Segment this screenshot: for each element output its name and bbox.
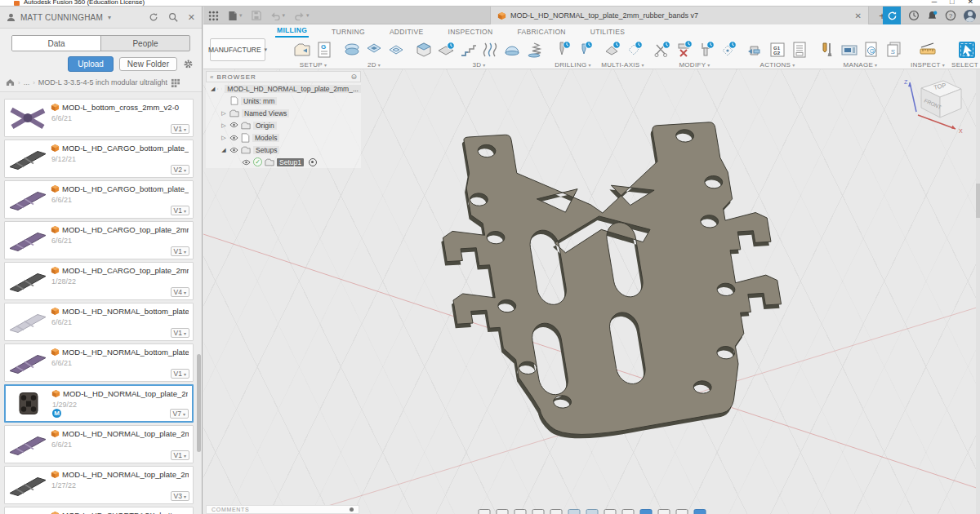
orbit-icon[interactable]: [478, 509, 490, 514]
tool-library-button[interactable]: [817, 39, 838, 60]
file-card-selected[interactable]: MOD-L_HD_NORMAL_top_plate_2mm... 1/29/22…: [4, 384, 194, 423]
group-label-drilling[interactable]: DRILLING▾: [555, 61, 591, 69]
machine-library-button[interactable]: [839, 39, 860, 60]
stock-visibility-icon[interactable]: [657, 509, 670, 514]
panel-scrollbar[interactable]: [197, 354, 201, 452]
expanded-icon[interactable]: ◢: [220, 147, 227, 153]
collapsed-icon[interactable]: ▷: [220, 135, 227, 141]
collapsed-icon[interactable]: ▷: [220, 122, 227, 129]
drill-button[interactable]: [551, 39, 572, 60]
visibility-eye-icon[interactable]: [242, 159, 251, 166]
browser-header[interactable]: « BROWSER ⊖: [206, 71, 361, 82]
version-badge[interactable]: V1▾: [171, 206, 189, 215]
file-card[interactable]: MOD-L_HD_SHORTBACK_bottom_pl...: [4, 507, 194, 514]
help-icon[interactable]: ?: [945, 10, 956, 21]
tab-additive[interactable]: ADDITIVE: [388, 28, 425, 38]
3d-spiral-button[interactable]: [523, 39, 545, 60]
group-label-actions[interactable]: ACTIONS▾: [760, 61, 795, 69]
group-label-inspect[interactable]: INSPECT▾: [911, 61, 945, 69]
search-icon[interactable]: [168, 12, 178, 22]
3d-morph-button[interactable]: [501, 39, 523, 60]
file-card[interactable]: MOD-L_HD_NORMAL_top_plate_2mm... 1/27/22…: [4, 466, 194, 504]
file-card[interactable]: MOD-L_HD_NORMAL_bottom_plate_... 6/6/21 …: [4, 303, 194, 341]
expanded-icon[interactable]: ◢: [211, 86, 215, 92]
view-cube[interactable]: Z X TOP FRONT: [898, 74, 972, 143]
viewport-canvas[interactable]: « BROWSER ⊖ ◢ MOD-L_HD_NORMAL_top_plate_…: [203, 69, 980, 514]
profile-avatar[interactable]: [964, 10, 976, 22]
caret-down-icon[interactable]: ▾: [306, 12, 310, 19]
3d-steps-button[interactable]: [457, 39, 479, 60]
collapse-left-icon[interactable]: «: [210, 73, 213, 81]
tab-milling[interactable]: MILLING: [275, 26, 309, 38]
caret-down-icon[interactable]: ▾: [239, 12, 243, 19]
post-library-button[interactable]: G: [861, 39, 882, 60]
save-icon[interactable]: [252, 11, 261, 20]
notifications-bell-icon[interactable]: [927, 10, 938, 21]
nc-program-button[interactable]: G: [314, 39, 335, 60]
edit-holder-button[interactable]: [695, 39, 716, 60]
display-settings-icon[interactable]: [568, 509, 580, 514]
new-folder-button[interactable]: New Folder: [119, 57, 177, 71]
version-badge[interactable]: V1▾: [171, 450, 189, 460]
tab-fabrication[interactable]: FABRICATION: [515, 28, 567, 38]
file-menu-icon[interactable]: [228, 11, 238, 21]
version-badge[interactable]: V4▾: [171, 287, 189, 297]
pattern-toolpath-button[interactable]: [717, 39, 738, 60]
group-label-2d[interactable]: 2D▾: [368, 61, 381, 69]
toolpath-visibility-icon[interactable]: [639, 509, 652, 514]
close-panel-icon[interactable]: ✕: [188, 12, 195, 23]
new-setup-button[interactable]: [292, 39, 313, 60]
3d-scallop-button[interactable]: [479, 39, 501, 60]
close-tab-icon[interactable]: ✕: [855, 11, 862, 20]
app-grid-icon[interactable]: [208, 11, 219, 21]
upload-button[interactable]: Upload: [68, 56, 114, 72]
group-label-setup[interactable]: SETUP▾: [300, 61, 327, 69]
machine-visibility-icon[interactable]: [675, 509, 688, 514]
zoom-icon[interactable]: [514, 509, 526, 514]
pan-icon[interactable]: [496, 509, 508, 514]
version-badge[interactable]: V3▾: [171, 491, 189, 501]
browser-namedviews-row[interactable]: ▷ Named Views: [206, 107, 361, 119]
browser-origin-row[interactable]: ▷ Origin: [206, 119, 361, 131]
visibility-eye-icon[interactable]: [229, 147, 238, 153]
group-label-manage[interactable]: MANAGE▾: [844, 61, 878, 69]
2d-face-button[interactable]: [341, 39, 363, 60]
viewports-icon[interactable]: [586, 509, 598, 514]
browser-setup1-row[interactable]: ✓ Setup1: [206, 156, 361, 168]
2d-pocket-button[interactable]: [363, 39, 385, 60]
file-card[interactable]: MOD-L_HD_CARGO_top_plate_2mm_... 1/28/22…: [4, 262, 194, 300]
measure-button[interactable]: [917, 39, 938, 60]
file-card[interactable]: MOD-L_HD_CARGO_bottom_plate_2... 6/6/21 …: [4, 180, 194, 219]
canvas-scrollbar-thumb[interactable]: [976, 184, 980, 218]
select-button[interactable]: [956, 39, 978, 60]
grid-snap-icon[interactable]: [604, 509, 616, 514]
trim-toolpath-button[interactable]: [651, 39, 672, 60]
version-badge[interactable]: V2▾: [171, 165, 189, 175]
maximize-button[interactable]: □: [950, 0, 954, 6]
browser-models-row[interactable]: ▷ Models: [206, 131, 361, 144]
document-tab[interactable]: MOD-L_HD_NORMAL_top_plate_2mm_rubber_ban…: [490, 7, 869, 24]
visibility-eye-icon[interactable]: [217, 86, 218, 92]
layout-icon[interactable]: [621, 509, 634, 514]
redo-icon[interactable]: [294, 11, 305, 20]
group-label-3d[interactable]: 3D▾: [472, 61, 485, 69]
breadcrumb-folder[interactable]: MOD-L 3-3.5-4-5 inch modular ultralight …: [38, 78, 167, 86]
canvas-scrollbar[interactable]: [976, 69, 980, 514]
simulation-icon[interactable]: [693, 509, 706, 514]
post-process-button[interactable]: G1G2: [767, 39, 788, 60]
minimize-browser-icon[interactable]: ⊖: [350, 73, 357, 81]
user-name[interactable]: MATT CUNNINGHAM: [20, 13, 103, 22]
plate-top-face[interactable]: [427, 120, 801, 441]
rotary-button[interactable]: [623, 39, 644, 60]
tab-people[interactable]: People: [100, 36, 189, 51]
2d-contour-button[interactable]: [385, 39, 407, 60]
file-card[interactable]: MOD-L_bottom_cross_2mm_v2-0 6/6/21 V1▾: [4, 99, 194, 137]
file-card[interactable]: MOD-L_HD_NORMAL_bottom_plate_... 6/6/21 …: [4, 343, 194, 382]
browser-root-row[interactable]: ◢ MOD-L_HD_NORMAL_top_plate_2mm_...: [206, 82, 361, 95]
tab-turning[interactable]: TURNING: [330, 28, 367, 38]
group-label-modify[interactable]: MODIFY▾: [679, 61, 710, 69]
swarf-button[interactable]: [601, 39, 622, 60]
model-plate[interactable]: [425, 120, 801, 445]
3d-adaptive-button[interactable]: [413, 39, 434, 60]
3d-flat-button[interactable]: [435, 39, 457, 60]
